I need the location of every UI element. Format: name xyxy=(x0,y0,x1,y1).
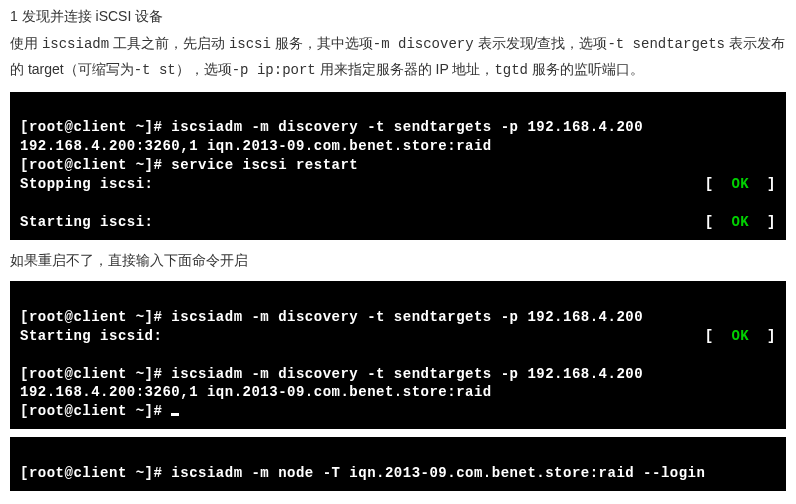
code-inline: iscsi xyxy=(229,36,271,52)
bracket: ] xyxy=(749,214,776,230)
text: 服务的监听端口。 xyxy=(528,61,644,77)
cursor-icon xyxy=(171,413,179,416)
code-inline: -t sendtargets xyxy=(607,36,725,52)
terminal-line: 192.168.4.200:3260,1 iqn.2013-09.com.ben… xyxy=(20,138,492,154)
status-ok: OK xyxy=(731,328,749,344)
paragraph-2: 如果重启不了，直接输入下面命令开启 xyxy=(10,248,786,273)
bracket: [ xyxy=(705,176,732,192)
section-heading: 1 发现并连接 iSCSI 设备 xyxy=(10,4,786,29)
text: ），选项 xyxy=(176,61,232,77)
text: 用来指定服务器的 IP 地址， xyxy=(316,61,495,77)
code-inline: -m discovery xyxy=(373,36,474,52)
code-inline: -p ip:port xyxy=(232,62,316,78)
status-ok: OK xyxy=(731,176,749,192)
code-inline: -t st xyxy=(134,62,176,78)
terminal-line: [root@client ~]# iscsiadm -m discovery -… xyxy=(20,119,643,135)
paragraph-3: Login to…successful，表示连接成功，使用-m node 选项表… xyxy=(10,499,786,504)
bracket: [ xyxy=(705,214,732,230)
text: 使用 xyxy=(10,35,42,51)
code-inline: iscsiadm xyxy=(42,36,109,52)
terminal-prompt: [root@client ~]# xyxy=(20,403,179,419)
text: 工具之前，先启动 xyxy=(109,35,229,51)
terminal-line: 192.168.4.200:3260,1 iqn.2013-09.com.ben… xyxy=(20,384,492,400)
bracket: ] xyxy=(749,176,776,192)
terminal-block-1: [root@client ~]# iscsiadm -m discovery -… xyxy=(10,92,786,240)
terminal-block-2: [root@client ~]# iscsiadm -m discovery -… xyxy=(10,281,786,429)
status-ok: OK xyxy=(731,214,749,230)
text: 表示发现/查找，选项 xyxy=(474,35,608,51)
terminal-block-3: [root@client ~]# iscsiadm -m node -T iqn… xyxy=(10,437,786,491)
paragraph-1: 使用 iscsiadm 工具之前，先启动 iscsi 服务，其中选项-m dis… xyxy=(10,31,786,83)
code-inline: tgtd xyxy=(494,62,528,78)
terminal-line: [root@client ~]# iscsiadm -m discovery -… xyxy=(20,309,643,325)
terminal-line: [root@client ~]# iscsiadm -m node -T iqn… xyxy=(20,465,705,481)
terminal-status-label: Starting iscsid: xyxy=(20,327,705,346)
terminal-line: [root@client ~]# iscsiadm -m discovery -… xyxy=(20,366,643,382)
text: 服务，其中选项 xyxy=(271,35,373,51)
terminal-status-label: Stopping iscsi: xyxy=(20,175,705,194)
terminal-line: [root@client ~]# service iscsi restart xyxy=(20,157,358,173)
bracket: [ xyxy=(705,328,732,344)
bracket: ] xyxy=(749,328,776,344)
terminal-status-label: Starting iscsi: xyxy=(20,213,705,232)
